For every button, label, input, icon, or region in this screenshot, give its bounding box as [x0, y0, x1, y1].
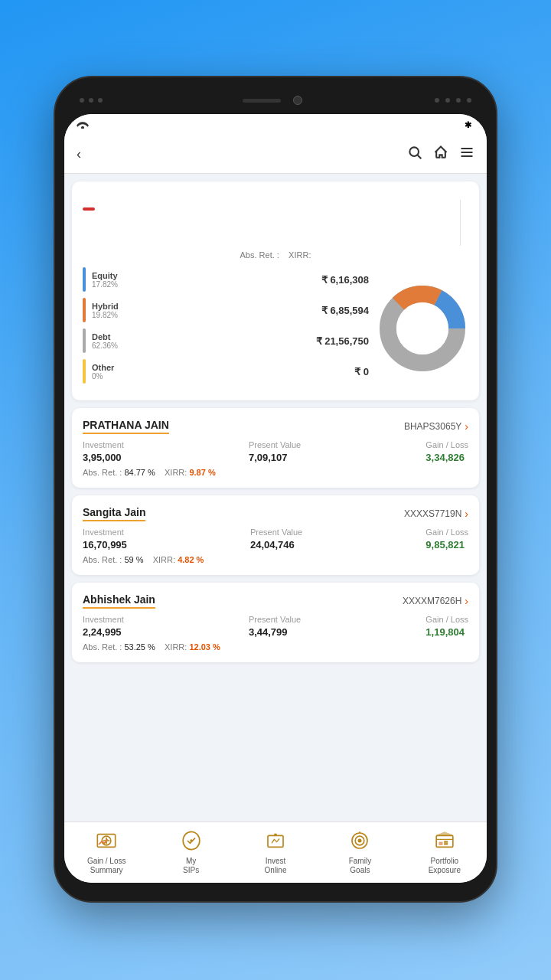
status-icons: ✱	[465, 120, 474, 130]
portfolio-value-section	[83, 200, 452, 214]
member-header: PRATHANA JAIN BHAPS3065Y ›	[83, 419, 468, 434]
legend-section: Equity 17.82% ₹ 6,16,308 Hybrid 19.82% ₹…	[83, 267, 369, 390]
present-value-col: Present Value 24,04,746	[250, 528, 302, 550]
bottom-nav: Gain / LossSummary MySIPs InvestOnline	[64, 822, 487, 883]
legend-item: Other 0% ₹ 0	[83, 359, 369, 384]
member-header: Abhishek Jain XXXXM7626H ›	[83, 593, 468, 609]
exposure-icon	[431, 827, 458, 854]
bottom-nav-invest[interactable]: InvestOnline	[233, 827, 318, 875]
phone-notch	[64, 87, 487, 114]
portfolio-change	[83, 207, 95, 211]
gain-loss-col: Gain / Loss 3,34,826	[425, 440, 468, 463]
wifi-signal	[77, 119, 89, 131]
bottom-nav-gainloss[interactable]: Gain / LossSummary	[64, 827, 148, 875]
member-header: Sangita Jain XXXXS7719N ›	[83, 506, 468, 521]
phone-screen: ✱ ‹	[64, 114, 487, 883]
member-card: Sangita Jain XXXXS7719N › Investment 16,…	[72, 495, 479, 575]
bluetooth-icon: ✱	[465, 120, 471, 130]
member-abs-ret: Abs. Ret. : 53.25 % XIRR: 12.03 %	[83, 642, 468, 652]
bottom-nav-sips[interactable]: MySIPs	[148, 827, 233, 875]
members-container: PRATHANA JAIN BHAPS3065Y › Investment 3,…	[72, 408, 479, 662]
member-id[interactable]: XXXXM7626H ›	[403, 595, 468, 607]
member-columns: Investment 16,70,995 Present Value 24,04…	[83, 528, 468, 550]
goals-icon	[346, 827, 373, 854]
menu-icon[interactable]	[459, 145, 474, 164]
member-id[interactable]: BHAPS3065Y ›	[404, 420, 468, 433]
portfolio-detail: Equity 17.82% ₹ 6,16,308 Hybrid 19.82% ₹…	[83, 267, 468, 390]
svg-point-15	[358, 839, 362, 843]
bottom-nav-label: InvestOnline	[265, 857, 287, 875]
legend-item: Hybrid 19.82% ₹ 6,85,594	[83, 298, 369, 322]
status-bar: ✱	[64, 114, 487, 136]
member-abs-ret: Abs. Ret. : 59 % XIRR: 4.82 %	[83, 555, 468, 564]
gain-loss-col: Gain / Loss 1,19,804	[425, 615, 468, 638]
legend-item: Equity 17.82% ₹ 6,16,308	[83, 267, 369, 292]
bottom-nav-label: MySIPs	[183, 857, 199, 875]
svg-point-11	[190, 840, 192, 842]
gainloss-icon	[93, 827, 120, 854]
search-icon[interactable]	[407, 145, 422, 164]
present-value-col: Present Value 3,44,799	[249, 615, 301, 638]
nav-icons	[407, 145, 474, 164]
phone-device: ✱ ‹	[54, 76, 497, 903]
abs-ret-row: Abs. Ret. : XIRR:	[83, 250, 468, 260]
member-chevron-icon: ›	[465, 420, 468, 433]
bottom-nav-label: PortfolioExposure	[429, 857, 461, 875]
investment-col: Investment 3,95,000	[83, 440, 124, 463]
home-icon[interactable]	[433, 145, 448, 164]
bottom-nav-goals[interactable]: FamilyGoals	[318, 827, 402, 875]
bottom-nav-label: Gain / LossSummary	[87, 857, 126, 875]
member-columns: Investment 3,95,000 Present Value 7,09,1…	[83, 440, 468, 463]
donut-chart	[377, 283, 468, 374]
legend-item: Debt 62.36% ₹ 21,56,750	[83, 328, 369, 353]
member-id[interactable]: XXXXS7719N ›	[404, 508, 468, 520]
svg-line-1	[418, 155, 422, 159]
portfolio-main	[83, 200, 468, 246]
member-abs-ret: Abs. Ret. : 84.77 % XIRR: 9.87 %	[83, 468, 468, 477]
member-columns: Investment 2,24,995 Present Value 3,44,7…	[83, 615, 468, 638]
sips-icon	[178, 827, 205, 854]
member-card: Abhishek Jain XXXXM7626H › Investment 2,…	[72, 583, 479, 662]
portfolio-summary-card: Abs. Ret. : XIRR: Equity 17.82% ₹ 6,16,3…	[72, 181, 479, 400]
promo-header	[260, 0, 291, 76]
member-chevron-icon: ›	[465, 595, 468, 607]
bottom-nav-label: FamilyGoals	[349, 857, 371, 875]
svg-point-8	[396, 302, 448, 354]
nav-bar: ‹	[64, 136, 487, 174]
svg-rect-19	[444, 841, 448, 845]
member-chevron-icon: ›	[465, 508, 468, 520]
member-name: Abhishek Jain	[83, 593, 155, 609]
svg-point-0	[409, 148, 419, 157]
investment-col: Investment 16,70,995	[83, 528, 127, 550]
nav-left: ‹	[77, 146, 87, 162]
member-name: PRATHANA JAIN	[83, 419, 169, 434]
back-button[interactable]: ‹	[77, 146, 81, 162]
investment-col: Investment 2,24,995	[83, 615, 124, 638]
bottom-nav-exposure[interactable]: PortfolioExposure	[403, 827, 487, 875]
content-area: Abs. Ret. : XIRR: Equity 17.82% ₹ 6,16,3…	[64, 174, 487, 822]
member-name: Sangita Jain	[83, 506, 145, 521]
invest-icon	[262, 827, 289, 854]
present-value-col: Present Value 7,09,107	[249, 440, 301, 463]
gain-loss-col: Gain / Loss 9,85,821	[425, 528, 468, 550]
svg-rect-18	[439, 842, 442, 845]
member-card: PRATHANA JAIN BHAPS3065Y › Investment 3,…	[72, 408, 479, 488]
